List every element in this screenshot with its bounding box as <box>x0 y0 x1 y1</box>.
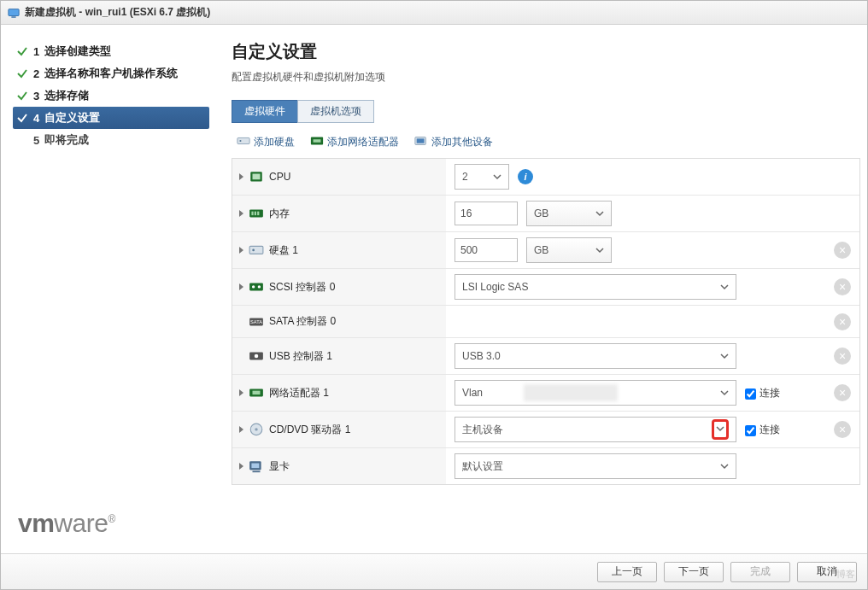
chevron-down-icon <box>716 424 724 433</box>
check-icon <box>16 67 28 79</box>
row-memory-expander[interactable]: 内存 <box>232 196 446 231</box>
caret-right-icon <box>239 210 243 217</box>
step-name-os[interactable]: 2 选择名称和客户机操作系统 <box>13 62 209 85</box>
check-icon <box>16 112 28 124</box>
row-label: SCSI 控制器 0 <box>269 280 335 295</box>
disk-icon <box>237 135 250 149</box>
toolbar: 添加硬盘 添加网络适配器 添加其他设备 <box>232 131 860 158</box>
svg-point-26 <box>255 428 257 430</box>
nic-icon <box>249 387 264 399</box>
prev-button[interactable]: 上一页 <box>597 562 657 582</box>
remove-usb-button[interactable]: × <box>834 348 851 365</box>
step-create-type[interactable]: 1 选择创建类型 <box>13 40 209 62</box>
info-icon[interactable]: i <box>518 169 533 184</box>
svg-rect-12 <box>255 212 256 216</box>
step-storage[interactable]: 3 选择存储 <box>13 85 209 107</box>
memory-unit-select[interactable]: GB <box>526 201 612 226</box>
row-label: 显卡 <box>269 459 290 474</box>
row-gpu-expander[interactable]: 显卡 <box>232 448 446 484</box>
sata-icon: SATA <box>249 316 264 328</box>
tab-virtual-hardware[interactable]: 虚拟硬件 <box>232 100 298 123</box>
add-nic-button[interactable]: 添加网络适配器 <box>310 135 399 149</box>
add-disk-button[interactable]: 添加硬盘 <box>237 135 295 149</box>
caret-right-icon <box>239 247 243 254</box>
page-subtitle: 配置虚拟机硬件和虚拟机附加选项 <box>232 70 860 85</box>
svg-rect-28 <box>251 464 259 469</box>
footer: 上一页 下一页 完成 取消 <box>1 553 867 589</box>
caret-right-icon <box>239 173 243 180</box>
cpu-count-select[interactable]: 2 <box>455 164 509 190</box>
svg-rect-14 <box>249 247 263 254</box>
svg-rect-9 <box>253 174 261 180</box>
row-cpu: CPU 2 i <box>232 159 859 196</box>
wizard-steps: 1 选择创建类型 2 选择名称和客户机操作系统 3 选择存储 4 自定义设置 <box>1 25 214 553</box>
svg-rect-0 <box>9 9 19 15</box>
titlebar: 新建虚拟机 - win_rui1 (ESXi 6.7 虚拟机) <box>1 1 867 25</box>
check-icon <box>16 90 28 102</box>
memory-icon <box>249 207 264 219</box>
row-label: CPU <box>269 171 290 183</box>
disk-size-input[interactable] <box>455 238 518 262</box>
row-nic-expander[interactable]: 网络适配器 1 <box>232 375 446 411</box>
row-usb-expander[interactable]: USB 控制器 1 <box>232 338 446 374</box>
scsi-type-select[interactable]: LSI Logic SAS <box>455 274 736 300</box>
add-other-button[interactable]: 添加其他设备 <box>414 135 493 149</box>
scsi-icon <box>249 281 264 293</box>
remove-sata-button[interactable]: × <box>834 313 851 330</box>
row-disk-expander[interactable]: 硬盘 1 <box>232 232 446 268</box>
row-scsi-expander[interactable]: SCSI 控制器 0 <box>232 269 446 305</box>
check-icon <box>16 45 28 57</box>
row-sata-expander[interactable]: SATA SATA 控制器 0 <box>232 306 446 337</box>
row-disk: 硬盘 1 GB × <box>232 232 859 269</box>
row-memory: 内存 GB <box>232 196 859 232</box>
svg-rect-29 <box>253 471 261 473</box>
remove-disk-button[interactable]: × <box>834 242 851 259</box>
row-usb: USB 控制器 1 USB 3.0 × <box>232 338 859 375</box>
memory-input[interactable] <box>455 202 518 225</box>
cdrom-source-select[interactable]: 主机设备 <box>455 417 736 442</box>
step-customize[interactable]: 4 自定义设置 <box>13 107 209 129</box>
svg-point-18 <box>258 285 261 288</box>
settings-panel: 自定义设置 配置虚拟机硬件和虚拟机附加选项 虚拟硬件 虚拟机选项 添加硬盘 添加… <box>214 25 867 553</box>
caret-right-icon <box>239 389 243 396</box>
row-label: SATA 控制器 0 <box>269 314 336 329</box>
svg-rect-24 <box>253 391 261 395</box>
svg-point-15 <box>252 249 255 252</box>
disk-icon <box>249 244 264 256</box>
caret-right-icon <box>239 463 243 470</box>
cancel-button[interactable]: 取消 <box>797 562 857 582</box>
nic-network-select[interactable]: Vlan <box>455 380 736 406</box>
svg-rect-11 <box>251 212 253 216</box>
chevron-down-icon <box>493 172 501 181</box>
svg-rect-2 <box>238 137 249 143</box>
remove-cdrom-button[interactable]: × <box>834 421 851 438</box>
step-ready[interactable]: 5 即将完成 <box>13 129 209 151</box>
remove-nic-button[interactable]: × <box>834 384 851 401</box>
nic-icon <box>310 135 324 149</box>
chevron-down-icon <box>720 283 729 291</box>
cdrom-icon <box>249 424 264 435</box>
svg-rect-16 <box>249 283 263 291</box>
svg-text:SATA: SATA <box>250 319 262 324</box>
gpu-select[interactable]: 默认设置 <box>455 453 736 479</box>
usb-type-select[interactable]: USB 3.0 <box>455 343 736 369</box>
chevron-down-icon <box>595 246 604 254</box>
row-cpu-expander[interactable]: CPU <box>232 159 446 195</box>
chevron-down-icon <box>595 209 604 218</box>
svg-point-22 <box>255 354 259 359</box>
remove-scsi-button[interactable]: × <box>834 278 851 295</box>
hardware-table: CPU 2 i 内存 <box>232 158 860 485</box>
window-title: 新建虚拟机 - win_rui1 (ESXi 6.7 虚拟机) <box>25 5 210 20</box>
row-cdrom-expander[interactable]: CD/DVD 驱动器 1 <box>232 412 446 447</box>
dialog: 新建虚拟机 - win_rui1 (ESXi 6.7 虚拟机) 1 选择创建类型… <box>0 0 868 590</box>
next-button[interactable]: 下一页 <box>664 562 724 582</box>
cdrom-connect-checkbox[interactable]: 连接 <box>745 423 780 437</box>
page-title: 自定义设置 <box>232 40 860 63</box>
dialog-body: 1 选择创建类型 2 选择名称和客户机操作系统 3 选择存储 4 自定义设置 <box>1 25 867 553</box>
svg-rect-5 <box>314 139 321 143</box>
tab-vm-options[interactable]: 虚拟机选项 <box>297 100 374 123</box>
nic-connect-checkbox[interactable]: 连接 <box>745 386 780 400</box>
disk-unit-select[interactable]: GB <box>526 237 612 263</box>
caret-right-icon <box>239 426 243 433</box>
finish-button: 完成 <box>730 562 790 582</box>
